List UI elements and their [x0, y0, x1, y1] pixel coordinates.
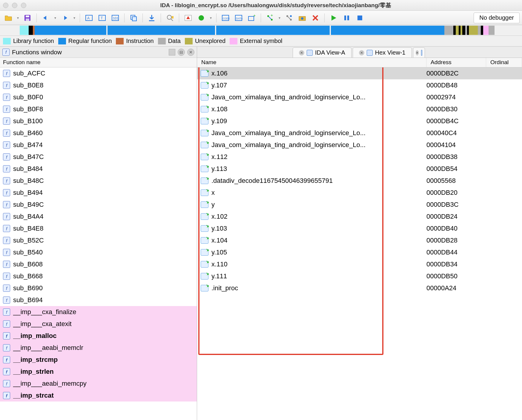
panel-menu-icon[interactable]: ⊟ — [178, 49, 185, 56]
export-row[interactable]: y.1050000DB44 — [197, 246, 522, 258]
export-row[interactable]: x.1100000DB34 — [197, 258, 522, 270]
function-row[interactable]: fsub_B0E8 — [0, 79, 197, 91]
tab-ida-view-a[interactable]: ✕ IDA View-A — [293, 47, 351, 58]
function-row[interactable]: f__imp_strcmp — [0, 354, 197, 366]
tab-more[interactable]: ✕ — [413, 47, 425, 58]
text-view-button[interactable]: T — [96, 13, 108, 23]
function-row[interactable]: fsub_B460 — [0, 127, 197, 139]
nav-segment[interactable] — [444, 26, 453, 35]
delete-button[interactable] — [309, 13, 321, 23]
function-row[interactable]: fsub_B690 — [0, 282, 197, 294]
breakpoint-button[interactable] — [195, 13, 207, 23]
function-row[interactable]: fsub_B52C — [0, 234, 197, 246]
close-tab-icon[interactable]: ✕ — [299, 50, 304, 55]
run-button[interactable] — [328, 13, 340, 23]
open-dropdown-icon[interactable]: ▾ — [16, 16, 20, 20]
forward-dropdown-icon[interactable]: ▾ — [72, 16, 77, 20]
forward-button[interactable] — [59, 13, 71, 23]
function-row[interactable]: f__imp___aeabi_memcpy — [0, 378, 197, 390]
tab-hex-view-1[interactable]: ✕ Hex View-1 — [353, 47, 412, 58]
function-row[interactable]: fsub_ACFC — [0, 67, 197, 79]
function-row[interactable]: fsub_B540 — [0, 246, 197, 258]
xref-from-button[interactable] — [283, 13, 295, 23]
function-row[interactable]: f__imp___cxa_finalize — [0, 306, 197, 318]
functions-list[interactable]: fsub_ACFCfsub_B0E8fsub_B0F0fsub_B0F8fsub… — [0, 67, 197, 420]
functions-column-header[interactable]: Function name — [0, 58, 197, 67]
function-row[interactable]: fsub_B47C — [0, 151, 197, 163]
code-window-button[interactable]: CODE — [219, 13, 231, 23]
nav-segment[interactable] — [35, 26, 106, 35]
snapshot-button[interactable] — [296, 13, 308, 23]
nav-segment[interactable] — [29, 26, 33, 35]
export-row[interactable]: y.1030000DB40 — [197, 223, 522, 234]
debugger-select[interactable]: No debugger — [474, 13, 520, 23]
function-row[interactable]: fsub_B608 — [0, 258, 197, 270]
stop-button[interactable] — [354, 13, 366, 23]
export-row[interactable]: Java_com_ximalaya_ting_android_loginserv… — [197, 139, 522, 151]
minimize-window-icon[interactable] — [12, 3, 17, 8]
function-row[interactable]: fsub_B694 — [0, 294, 197, 306]
back-dropdown-icon[interactable]: ▾ — [53, 16, 58, 20]
function-row[interactable]: f__imp___cxa_atexit — [0, 318, 197, 330]
pause-button[interactable] — [341, 13, 353, 23]
function-row[interactable]: fsub_B4E8 — [0, 223, 197, 234]
search-button[interactable] — [164, 13, 176, 23]
hex-view-button[interactable]: 101 — [109, 13, 121, 23]
nav-segment[interactable] — [489, 26, 495, 35]
col-name[interactable]: Name — [197, 58, 426, 67]
open-file-button[interactable] — [2, 13, 14, 23]
function-row[interactable]: fsub_B0F8 — [0, 103, 197, 115]
export-row[interactable]: x0000DB20 — [197, 187, 522, 199]
nav-segment[interactable] — [456, 26, 459, 35]
export-row[interactable]: y0000DB3C — [197, 199, 522, 211]
nav-segment[interactable] — [108, 26, 215, 35]
function-row[interactable]: f__imp_malloc — [0, 330, 197, 342]
close-tab-icon[interactable]: ✕ — [359, 50, 364, 55]
function-row[interactable]: f__imp___aeabi_memclr — [0, 342, 197, 354]
zoom-window-icon[interactable] — [21, 3, 26, 8]
nav-segment[interactable] — [331, 26, 444, 35]
nav-segment[interactable] — [453, 26, 456, 35]
nav-segment[interactable] — [481, 26, 483, 35]
export-row[interactable]: y.1070000DB48 — [197, 79, 522, 91]
export-row[interactable]: .init_proc00000A24 — [197, 282, 522, 294]
copy-button[interactable] — [128, 13, 139, 23]
export-row[interactable]: y.1090000DB4C — [197, 115, 522, 127]
function-row[interactable]: fsub_B474 — [0, 139, 197, 151]
function-row[interactable]: fsub_B668 — [0, 270, 197, 282]
nav-segment[interactable] — [462, 26, 465, 35]
save-button[interactable] — [22, 13, 33, 23]
export-row[interactable]: x.1040000DB28 — [197, 234, 522, 246]
export-row[interactable]: x.1020000DB24 — [197, 211, 522, 223]
function-row[interactable]: fsub_B100 — [0, 115, 197, 127]
export-row[interactable]: x.1080000DB30 — [197, 103, 522, 115]
function-row[interactable]: fsub_B484 — [0, 163, 197, 175]
xref-dropdown-icon[interactable]: ▾ — [277, 16, 282, 20]
function-row[interactable]: fsub_B49C — [0, 199, 197, 211]
close-panel-icon[interactable]: ✕ — [187, 49, 194, 56]
function-row[interactable]: fsub_B494 — [0, 187, 197, 199]
function-row[interactable]: fsub_B0F0 — [0, 91, 197, 103]
navigation-band[interactable] — [0, 25, 522, 36]
export-row[interactable]: x.1060000DB2C — [197, 67, 522, 79]
nav-segment[interactable] — [478, 26, 481, 35]
data-window-button[interactable]: DATA — [233, 13, 245, 23]
nav-segment[interactable] — [2, 26, 20, 35]
error-list-button[interactable] — [182, 13, 194, 23]
download-button[interactable] — [146, 13, 158, 23]
struct-add-button[interactable]: + — [246, 13, 258, 23]
col-address[interactable]: Address — [426, 58, 486, 67]
detach-panel-icon[interactable] — [169, 49, 175, 55]
function-row[interactable]: f__imp_strcat — [0, 390, 197, 402]
close-tab-icon[interactable]: ✕ — [416, 50, 419, 55]
close-window-icon[interactable] — [3, 3, 8, 8]
nav-segment[interactable] — [216, 26, 330, 35]
function-row[interactable]: fsub_B4A4 — [0, 211, 197, 223]
export-row[interactable]: y.1130000DB54 — [197, 163, 522, 175]
back-button[interactable] — [40, 13, 52, 23]
export-row[interactable]: Java_com_ximalaya_ting_android_loginserv… — [197, 91, 522, 103]
export-row[interactable]: x.1120000DB38 — [197, 151, 522, 163]
export-row[interactable]: y.1110000DB50 — [197, 270, 522, 282]
export-row[interactable]: .datadiv_decode1167545004639965579100005… — [197, 175, 522, 187]
breakpoint-dropdown-icon[interactable]: ▾ — [208, 16, 213, 20]
